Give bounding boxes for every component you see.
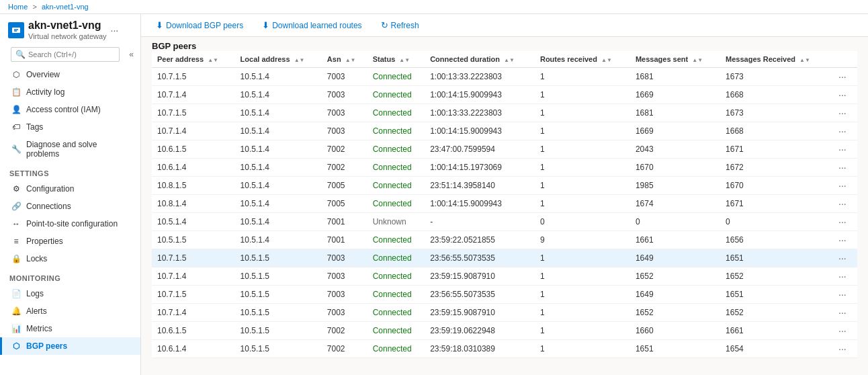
- sidebar-item-alerts[interactable]: 🔔 Alerts: [0, 302, 140, 320]
- row-more-icon[interactable]: ···: [836, 325, 849, 337]
- sidebar-item-locks[interactable]: 🔒 Locks: [0, 250, 140, 267]
- table-row[interactable]: 10.7.1.5 10.5.1.4 7003 Connected 1:00:13…: [152, 104, 857, 122]
- cell-actions[interactable]: ···: [830, 122, 857, 140]
- cell-asn: 7003: [322, 304, 367, 322]
- cell-actions[interactable]: ···: [830, 159, 857, 177]
- cell-actions[interactable]: ···: [830, 140, 857, 159]
- collapse-sidebar-button[interactable]: «: [126, 48, 136, 60]
- table-row[interactable]: 10.7.1.4 10.5.1.5 7003 Connected 23:59:1…: [152, 267, 857, 286]
- properties-icon: ≡: [11, 237, 21, 246]
- cell-actions[interactable]: ···: [830, 340, 857, 358]
- row-more-icon[interactable]: ···: [836, 179, 849, 192]
- col-status[interactable]: Status ▲▼: [367, 51, 425, 68]
- sidebar-item-configuration[interactable]: ⚙ Configuration: [0, 180, 140, 198]
- col-routes-received[interactable]: Routes received ▲▼: [535, 51, 630, 68]
- cell-actions[interactable]: ···: [830, 177, 857, 195]
- monitoring-section-header: Monitoring: [0, 267, 140, 285]
- table-row[interactable]: 10.6.1.4 10.5.1.4 7002 Connected 1:00:14…: [152, 159, 857, 177]
- cell-asn: 7001: [322, 213, 367, 231]
- cell-peer-address: 10.6.1.4: [152, 159, 235, 177]
- cell-local-address: 10.5.1.5: [235, 267, 322, 286]
- table-row[interactable]: 10.7.1.4 10.5.1.4 7003 Connected 1:00:14…: [152, 122, 857, 140]
- table-row[interactable]: 10.7.1.4 10.5.1.5 7003 Connected 23:59:1…: [152, 304, 857, 322]
- table-row[interactable]: 10.5.1.4 10.5.1.4 7001 Unknown - 0 0 0 ·…: [152, 213, 857, 231]
- breadcrumb-home[interactable]: Home: [8, 3, 28, 11]
- sidebar-item-diagnose[interactable]: 🔧 Diagnose and solve problems: [0, 136, 140, 163]
- cell-received: 1668: [720, 122, 830, 140]
- cell-actions[interactable]: ···: [830, 286, 857, 304]
- cell-received: 1652: [720, 267, 830, 286]
- sidebar-item-properties[interactable]: ≡ Properties: [0, 233, 140, 250]
- sidebar-item-connections[interactable]: 🔗 Connections: [0, 198, 140, 215]
- cell-actions[interactable]: ···: [830, 304, 857, 322]
- more-options-icon[interactable]: ···: [111, 25, 119, 36]
- sidebar-item-p2s[interactable]: ↔ Point-to-site configuration: [0, 215, 140, 233]
- col-peer-address[interactable]: Peer address ▲▼: [152, 51, 235, 68]
- col-messages-sent[interactable]: Messages sent ▲▼: [630, 51, 720, 68]
- cell-peer-address: 10.6.1.5: [152, 140, 235, 159]
- row-more-icon[interactable]: ···: [836, 270, 849, 282]
- row-more-icon[interactable]: ···: [836, 343, 849, 355]
- table-row[interactable]: 10.6.1.5 10.5.1.4 7002 Connected 23:47:0…: [152, 140, 857, 159]
- row-more-icon[interactable]: ···: [836, 306, 849, 319]
- cell-actions[interactable]: ···: [830, 322, 857, 340]
- cell-status: Connected: [367, 340, 425, 358]
- col-connected-duration[interactable]: Connected duration ▲▼: [425, 51, 535, 68]
- sidebar-item-tags[interactable]: 🏷 Tags: [0, 118, 140, 136]
- cell-received: 1651: [720, 286, 830, 304]
- table-row[interactable]: 10.7.1.5 10.5.1.5 7003 Connected 23:56:5…: [152, 249, 857, 267]
- row-more-icon[interactable]: ···: [836, 125, 849, 137]
- download-bgp-button[interactable]: ⬇ Download BGP peers: [152, 18, 247, 32]
- row-more-icon[interactable]: ···: [836, 161, 849, 173]
- table-row[interactable]: 10.7.1.5 10.5.1.5 7003 Connected 23:56:5…: [152, 286, 857, 304]
- cell-actions[interactable]: ···: [830, 213, 857, 231]
- col-messages-received[interactable]: Messages Received ▲▼: [720, 51, 830, 68]
- row-more-icon[interactable]: ···: [836, 216, 849, 228]
- sidebar-item-label: Tags: [26, 122, 43, 132]
- cell-sent: 1649: [630, 249, 720, 267]
- search-input[interactable]: [28, 50, 115, 58]
- download-routes-button[interactable]: ⬇ Download learned routes: [258, 18, 365, 32]
- cell-actions[interactable]: ···: [830, 86, 857, 104]
- table-row[interactable]: 10.6.1.5 10.5.1.5 7002 Connected 23:59:1…: [152, 322, 857, 340]
- cell-status: Connected: [367, 322, 425, 340]
- table-row[interactable]: 10.7.1.4 10.5.1.4 7003 Connected 1:00:14…: [152, 86, 857, 104]
- breadcrumb-resource[interactable]: akn-vnet1-vng: [42, 3, 89, 11]
- cell-local-address: 10.5.1.5: [235, 340, 322, 358]
- sidebar-item-metrics[interactable]: 📊 Metrics: [0, 320, 140, 337]
- sidebar-header: akn-vnet1-vng Virtual network gateway ··…: [0, 14, 140, 43]
- table-row[interactable]: 10.6.1.4 10.5.1.5 7002 Connected 23:59:1…: [152, 340, 857, 358]
- row-more-icon[interactable]: ···: [836, 198, 849, 210]
- sidebar-item-iam[interactable]: 👤 Access control (IAM): [0, 101, 140, 118]
- sidebar-item-bgp-peers[interactable]: ⬡ BGP peers: [0, 337, 140, 355]
- col-local-address[interactable]: Local address ▲▼: [235, 51, 322, 68]
- row-more-icon[interactable]: ···: [836, 143, 849, 155]
- cell-actions[interactable]: ···: [830, 68, 857, 86]
- table-row[interactable]: 10.8.1.4 10.5.1.4 7005 Connected 1:00:14…: [152, 195, 857, 213]
- row-more-icon[interactable]: ···: [836, 288, 849, 300]
- cell-actions[interactable]: ···: [830, 104, 857, 122]
- row-more-icon[interactable]: ···: [836, 252, 849, 264]
- table-row[interactable]: 10.8.1.5 10.5.1.4 7005 Connected 23:51:1…: [152, 177, 857, 195]
- cell-routes: 0: [535, 213, 630, 231]
- sidebar-resource-name: akn-vnet1-vng: [28, 19, 107, 32]
- settings-section-header: Settings: [0, 163, 140, 180]
- row-more-icon[interactable]: ···: [836, 71, 849, 83]
- cell-asn: 7002: [322, 322, 367, 340]
- row-more-icon[interactable]: ···: [836, 89, 849, 101]
- cell-actions[interactable]: ···: [830, 231, 857, 249]
- sidebar-item-logs[interactable]: 📄 Logs: [0, 285, 140, 302]
- cell-actions[interactable]: ···: [830, 249, 857, 267]
- row-more-icon[interactable]: ···: [836, 107, 849, 119]
- sidebar-item-label: Connections: [26, 202, 71, 211]
- col-asn[interactable]: Asn ▲▼: [322, 51, 367, 68]
- refresh-button[interactable]: ↻ Refresh: [377, 18, 423, 32]
- table-row[interactable]: 10.5.1.5 10.5.1.4 7001 Connected 23:59:2…: [152, 231, 857, 249]
- row-more-icon[interactable]: ···: [836, 234, 849, 246]
- table-row[interactable]: 10.7.1.5 10.5.1.4 7003 Connected 1:00:13…: [152, 68, 857, 86]
- cell-actions[interactable]: ···: [830, 195, 857, 213]
- sidebar-item-label: Activity log: [26, 87, 64, 97]
- cell-actions[interactable]: ···: [830, 267, 857, 286]
- sidebar-item-activity-log[interactable]: 📋 Activity log: [0, 83, 140, 101]
- sidebar-item-overview[interactable]: ⬡ Overview: [0, 66, 140, 83]
